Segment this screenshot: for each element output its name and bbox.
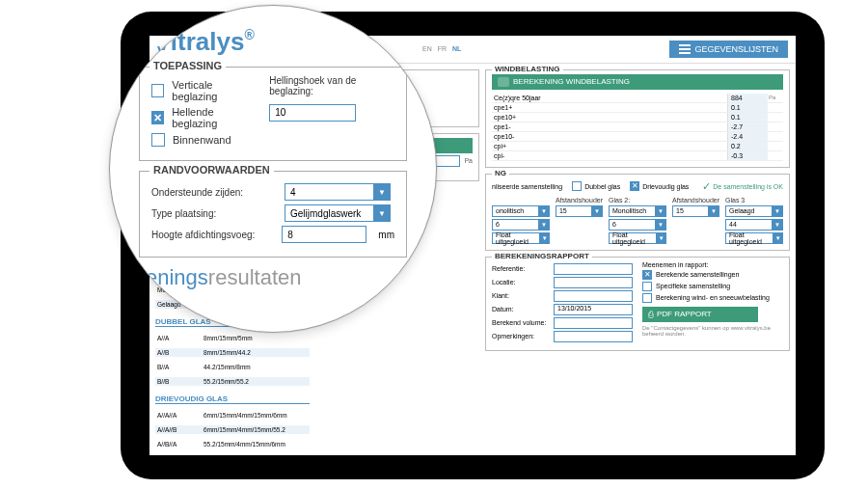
checkbox-icon: ✕ xyxy=(151,111,164,124)
table-row: cpe10--2.4 xyxy=(492,132,783,142)
wind-table: Ce(z)qre 50jaar884Pa cpe1+0.1 cpe10+0.1 … xyxy=(492,94,783,161)
seal-input[interactable] xyxy=(282,226,366,243)
check-hellende[interactable]: ✕Hellende beglazing xyxy=(151,106,256,129)
calc-icon xyxy=(498,77,509,87)
drie-glas-check[interactable]: ✕Drievoudig glas xyxy=(630,181,689,191)
datum-input[interactable]: 13/10/2015 xyxy=(554,304,633,315)
angle-input[interactable] xyxy=(269,104,356,122)
wind-calc-label: BEREKENING WINDBELASTING xyxy=(513,77,630,86)
table-row: cpe10+0.1 xyxy=(492,113,783,122)
checkbox-icon: ✕ xyxy=(642,270,652,280)
afst2-select[interactable]: 15 xyxy=(672,205,719,217)
samenstelling-title: NG xyxy=(492,169,509,177)
check-specifieke[interactable]: Specifieke samenstelling xyxy=(642,282,783,291)
comp-grid: onolitisch 6 Float uitgegloeid Afstandsh… xyxy=(492,197,783,244)
mag-results-heading: keningsresultaten xyxy=(135,265,407,290)
magnifier-overlay: VitVitralys® TOEPASSING Verticale beglaz… xyxy=(109,5,437,333)
checkbox-icon xyxy=(572,181,582,191)
mag-rand-title: RANDVOORWAARDEN xyxy=(149,164,274,176)
rapport-note: De "Contactgegevens" kunnen op www.vitra… xyxy=(642,325,783,337)
sides-select[interactable]: 4 xyxy=(285,183,391,201)
mag-toepassing-title: TOEPASSING xyxy=(149,60,226,71)
opm-input[interactable] xyxy=(554,331,633,342)
table-row: cpe1--2.7 xyxy=(492,122,783,132)
check-verticale[interactable]: Verticale beglazing xyxy=(151,79,256,102)
wind-title: WINDBELASTING xyxy=(492,65,563,73)
table-row: cpe1+0.1 xyxy=(492,103,783,113)
lang-fr[interactable]: FR xyxy=(438,45,447,52)
table-row[interactable]: A//A//B6mm/15mm/4mm/15mm/55.2 xyxy=(155,425,310,434)
check-binnenwand[interactable]: Binnenwand xyxy=(151,133,256,147)
table-row[interactable]: B//B55.2/15mm/55.2 xyxy=(155,377,310,386)
g3-type-select[interactable]: Gelaagd xyxy=(725,205,783,217)
table-row[interactable]: A//A8mm/15mm/5mm xyxy=(155,334,310,342)
g3-treat-select[interactable]: Float uitgegloeid xyxy=(725,232,783,244)
table-row[interactable]: A//B8mm/15mm/44.2 xyxy=(155,348,310,357)
table-row[interactable]: A//A//A6mm/15mm/4mm/15mm/6mm xyxy=(155,411,310,420)
g1-thick-select[interactable]: 6 xyxy=(492,219,550,231)
pdf-rapport-button[interactable]: ⎙ PDF RAPPORT xyxy=(642,307,758,322)
check-berekende[interactable]: ✕Berekende samenstellingen xyxy=(642,270,783,280)
right-column: WINDBELASTING BEREKENING WINDBELASTING C… xyxy=(485,69,790,455)
type-select[interactable]: Gelijmdglaswerk xyxy=(285,204,391,222)
dubbel-glas-check[interactable]: Dubbel glas xyxy=(572,181,620,191)
table-row: Ce(z)qre 50jaar884Pa xyxy=(492,94,783,103)
rapport-panel: BEREKENINGSRAPPORT Referentie: Locatie: … xyxy=(485,257,790,351)
g3-thick-select[interactable]: 44 xyxy=(725,219,783,231)
g2-type-select[interactable]: Monolitisch xyxy=(609,205,666,217)
g1-type-select[interactable]: onolitisch xyxy=(492,205,550,217)
check-icon: ✓ xyxy=(702,180,711,193)
afst1-select[interactable]: 15 xyxy=(556,205,603,217)
checkbox-icon: ✕ xyxy=(630,181,639,191)
mag-randvoorwaarden-panel: RANDVOORWAARDEN Ondersteunde zijden:4 Ty… xyxy=(139,171,407,258)
language-switch[interactable]: EN FR NL xyxy=(422,45,461,52)
pdf-icon: ⎙ xyxy=(648,310,653,319)
personalised-label: nliseerde samenstelling xyxy=(492,183,562,190)
lang-nl[interactable]: NL xyxy=(452,45,461,52)
table-row: cpi--0.3 xyxy=(492,151,783,161)
rapport-title: BEREKENINGSRAPPORT xyxy=(492,252,592,260)
table-row[interactable]: A//A//B44.2/15mm/6mm/15mm/44.2 xyxy=(155,454,310,455)
drie-glas-title: DRIEVOUDIG GLAS xyxy=(155,394,310,404)
mag-toepassing-panel: TOEPASSING Verticale beglazing ✕Hellende… xyxy=(139,67,407,161)
comp-ok-status: ✓De samenstelling is OK xyxy=(702,180,783,193)
comp-status-row: nliseerde samenstelling Dubbel glas ✕Dri… xyxy=(492,180,783,193)
checkbox-icon xyxy=(151,133,165,147)
klant-input[interactable] xyxy=(554,290,633,302)
ref-input[interactable] xyxy=(554,263,633,275)
loc-input[interactable] xyxy=(554,277,633,288)
checkbox-icon xyxy=(642,282,652,291)
checkbox-icon xyxy=(642,293,652,303)
angle-label: Hellingshoek van de beglazing: xyxy=(269,75,394,96)
wind-panel: WINDBELASTING BEREKENING WINDBELASTING C… xyxy=(485,69,790,168)
table-row[interactable]: A//B//A55.2/15mm/4mm/15mm/6mm xyxy=(155,440,310,448)
wind-calc-button[interactable]: BEREKENING WINDBELASTING xyxy=(492,74,783,90)
vol-input[interactable] xyxy=(554,317,633,329)
table-row[interactable]: B//A44.2/15mm/8mm xyxy=(155,363,310,371)
nav-label: GEGEVENSLIJSTEN xyxy=(694,44,778,54)
check-windsneeuw[interactable]: Berekening wind- en sneeuwbelasting xyxy=(642,293,783,303)
hamburger-icon xyxy=(679,44,691,54)
meenemen-label: Meenemen in rapport: xyxy=(642,261,783,268)
g2-thick-select[interactable]: 6 xyxy=(609,219,666,231)
g1-treat-select[interactable]: Float uitgegloeid xyxy=(492,232,550,244)
samenstelling-panel: NG nliseerde samenstelling Dubbel glas ✕… xyxy=(485,174,790,251)
g2-treat-select[interactable]: Float uitgegloeid xyxy=(609,232,666,244)
nav-gegevenslijsten-button[interactable]: GEGEVENSLIJSTEN xyxy=(669,41,788,58)
table-row: cpi+0.2 xyxy=(492,142,783,151)
checkbox-icon xyxy=(151,84,164,97)
lang-en[interactable]: EN xyxy=(422,45,432,52)
